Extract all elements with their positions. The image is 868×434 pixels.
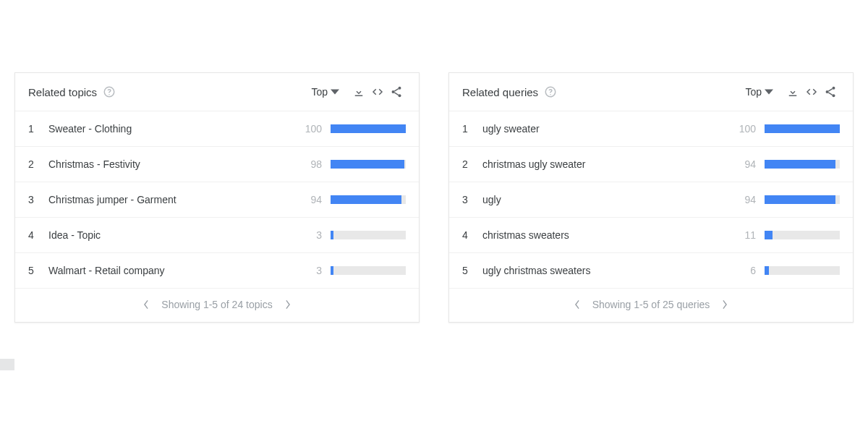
bar-fill xyxy=(765,231,773,239)
panel-title: Related queries xyxy=(462,86,538,98)
bar-track xyxy=(331,266,406,275)
bar-fill xyxy=(331,266,333,275)
list-item[interactable]: 4 Idea - Topic 3 xyxy=(15,218,419,253)
share-icon[interactable] xyxy=(821,83,840,101)
topics-list: 1 Sweater - Clothing 100 2 Christmas - F… xyxy=(15,111,419,288)
queries-list: 1 ugly sweater 100 2 christmas ugly swea… xyxy=(449,111,853,288)
bar-track xyxy=(331,124,406,133)
rank: 5 xyxy=(28,265,41,276)
bar-fill xyxy=(331,160,404,169)
rank: 4 xyxy=(462,229,475,241)
panel-footer: Showing 1-5 of 24 topics xyxy=(15,288,419,322)
item-value: 94 xyxy=(300,194,322,205)
decorative-stripe xyxy=(0,359,14,370)
svg-point-7 xyxy=(833,87,835,90)
item-label: ugly xyxy=(482,194,734,205)
svg-point-3 xyxy=(392,90,395,93)
bar-fill xyxy=(765,266,769,275)
bar-fill xyxy=(765,195,835,204)
bar-track xyxy=(765,160,840,169)
download-icon[interactable] xyxy=(783,83,802,101)
related-queries-panel: Related queries Top 1 xyxy=(448,72,854,323)
svg-point-1 xyxy=(109,94,110,95)
bar-track xyxy=(331,160,406,169)
next-button[interactable] xyxy=(720,299,730,310)
panel-footer: Showing 1-5 of 25 queries xyxy=(449,288,853,322)
rank: 4 xyxy=(28,229,41,241)
bar-fill xyxy=(331,231,333,239)
item-label: ugly sweater xyxy=(482,123,734,135)
bar-fill xyxy=(331,195,401,204)
list-item[interactable]: 5 ugly christmas sweaters 6 xyxy=(449,253,853,288)
svg-point-9 xyxy=(833,94,835,97)
rank: 3 xyxy=(28,194,41,205)
embed-icon[interactable] xyxy=(368,83,387,101)
rank: 3 xyxy=(462,194,475,205)
list-item[interactable]: 3 ugly 94 xyxy=(449,182,853,218)
rank: 1 xyxy=(28,123,41,135)
embed-icon[interactable] xyxy=(802,83,821,101)
list-item[interactable]: 4 christmas sweaters 11 xyxy=(449,218,853,253)
bar-track xyxy=(765,124,840,133)
item-value: 94 xyxy=(734,158,756,170)
item-label: Christmas jumper - Garment xyxy=(48,194,300,205)
svg-point-8 xyxy=(826,90,829,93)
sort-label: Top xyxy=(745,86,762,98)
panel-header: Related queries Top xyxy=(449,73,853,111)
svg-point-6 xyxy=(550,94,551,95)
list-item[interactable]: 2 Christmas - Festivity 98 xyxy=(15,147,419,182)
item-label: ugly christmas sweaters xyxy=(482,265,734,276)
rank: 5 xyxy=(462,265,475,276)
bar-fill xyxy=(331,124,406,133)
next-button[interactable] xyxy=(283,299,293,310)
item-value: 94 xyxy=(734,194,756,205)
rank: 1 xyxy=(462,123,475,135)
panels-container: Related topics Top 1 xyxy=(14,72,854,323)
bar-fill xyxy=(765,160,835,169)
sort-label: Top xyxy=(311,86,328,98)
sort-dropdown[interactable]: Top xyxy=(745,86,783,98)
chevron-down-icon xyxy=(765,88,773,96)
panel-header: Related topics Top xyxy=(15,73,419,111)
item-value: 100 xyxy=(300,123,322,135)
list-item[interactable]: 1 Sweater - Clothing 100 xyxy=(15,111,419,147)
bar-fill xyxy=(765,124,840,133)
item-value: 3 xyxy=(300,229,322,241)
footer-text: Showing 1-5 of 25 queries xyxy=(592,299,710,310)
item-label: Idea - Topic xyxy=(48,229,300,241)
bar-track xyxy=(331,231,406,239)
list-item[interactable]: 3 Christmas jumper - Garment 94 xyxy=(15,182,419,218)
chevron-down-icon xyxy=(331,88,339,96)
item-value: 100 xyxy=(734,123,756,135)
list-item[interactable]: 5 Walmart - Retail company 3 xyxy=(15,253,419,288)
panel-title: Related topics xyxy=(28,86,97,98)
item-label: Christmas - Festivity xyxy=(48,158,300,170)
item-label: Sweater - Clothing xyxy=(48,123,300,135)
item-label: christmas ugly sweater xyxy=(482,158,734,170)
svg-point-4 xyxy=(399,94,401,97)
item-label: Walmart - Retail company xyxy=(48,265,300,276)
sort-dropdown[interactable]: Top xyxy=(311,86,349,98)
item-value: 11 xyxy=(734,229,756,241)
bar-track xyxy=(765,266,840,275)
item-value: 6 xyxy=(734,265,756,276)
rank: 2 xyxy=(28,158,41,170)
share-icon[interactable] xyxy=(387,83,406,101)
item-value: 3 xyxy=(300,265,322,276)
prev-button[interactable] xyxy=(141,299,151,310)
list-item[interactable]: 1 ugly sweater 100 xyxy=(449,111,853,147)
prev-button[interactable] xyxy=(572,299,582,310)
download-icon[interactable] xyxy=(349,83,368,101)
related-topics-panel: Related topics Top 1 xyxy=(14,72,420,323)
help-icon[interactable] xyxy=(544,85,557,98)
svg-point-2 xyxy=(399,87,401,90)
bar-track xyxy=(765,231,840,239)
list-item[interactable]: 2 christmas ugly sweater 94 xyxy=(449,147,853,182)
bar-track xyxy=(765,195,840,204)
item-value: 98 xyxy=(300,158,322,170)
help-icon[interactable] xyxy=(103,85,116,98)
item-label: christmas sweaters xyxy=(482,229,734,241)
footer-text: Showing 1-5 of 24 topics xyxy=(161,299,272,310)
rank: 2 xyxy=(462,158,475,170)
bar-track xyxy=(331,195,406,204)
